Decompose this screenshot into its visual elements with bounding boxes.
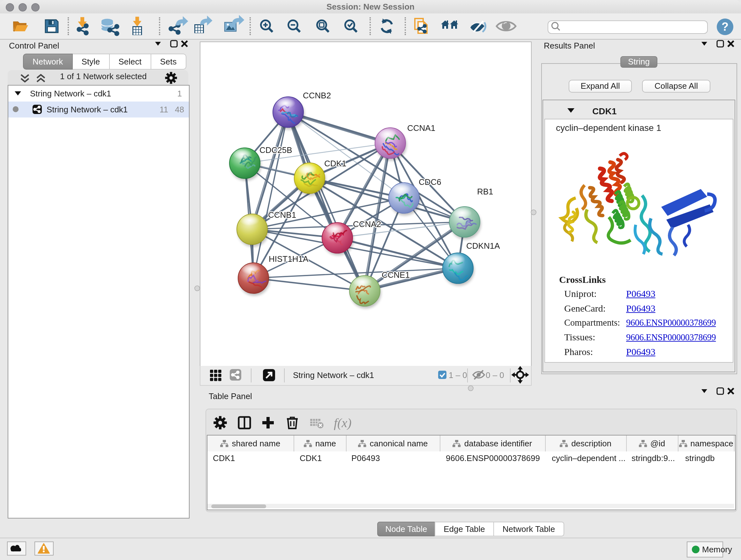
svg-text:CCNA2: CCNA2 (353, 219, 381, 229)
svg-text:CCNE1: CCNE1 (382, 270, 410, 280)
svg-text:RB1: RB1 (477, 187, 493, 196)
svg-text:HIST1H1A: HIST1H1A (269, 254, 309, 264)
svg-text:f(x): f(x) (334, 416, 352, 430)
svg-text:CCNB1: CCNB1 (268, 210, 296, 220)
svg-text:CCNB2: CCNB2 (303, 91, 331, 100)
svg-text:CCNA1: CCNA1 (407, 123, 435, 133)
svg-text:CDC6: CDC6 (419, 177, 441, 187)
svg-text:CDC25B: CDC25B (259, 145, 292, 155)
svg-text:CDKN1A: CDKN1A (466, 241, 500, 251)
svg-text:CDK1: CDK1 (324, 159, 346, 168)
svg-text:?: ? (722, 20, 729, 33)
